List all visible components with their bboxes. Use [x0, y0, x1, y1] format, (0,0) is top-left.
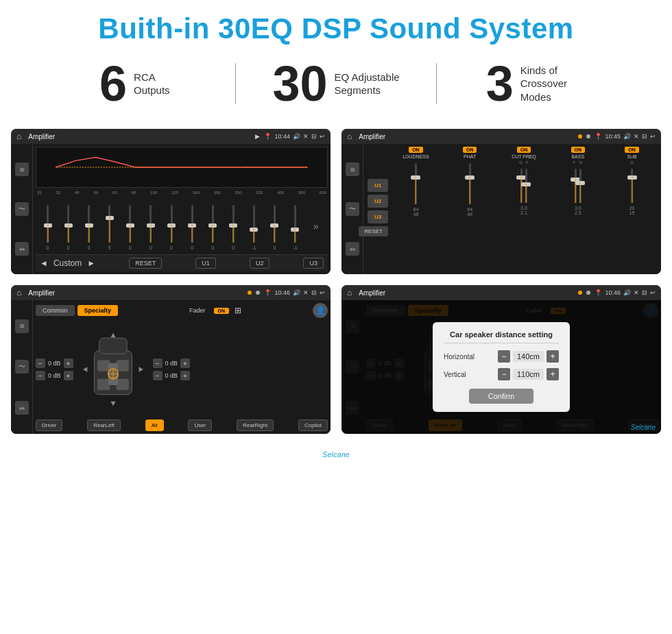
loudness-track[interactable]: [415, 163, 417, 204]
eq-track-3[interactable]: [88, 205, 90, 243]
dialog-h-plus[interactable]: +: [547, 350, 559, 363]
eq-track-4[interactable]: [108, 205, 110, 243]
fader-db-right: − 0 dB + − 0 dB +: [153, 358, 191, 380]
dialog-screen: ⌂ Amplifier 📍 10:46 🔊 ✕ ⊟ ↩ ≋ 〜 ⇔ Com: [341, 285, 661, 434]
phat-track[interactable]: [469, 163, 471, 204]
dialog-v-plus[interactable]: +: [547, 368, 559, 380]
fader-bl-minus[interactable]: −: [36, 371, 45, 380]
amp-filter-icon[interactable]: ≋: [346, 162, 359, 176]
amp-speaker-icon[interactable]: 🔊: [623, 133, 631, 140]
eq-track-13[interactable]: [294, 205, 296, 243]
amp-back-icon[interactable]: ↩: [650, 133, 656, 140]
fader-toggle-icon[interactable]: ⊞: [235, 306, 241, 315]
cutfreq-track-f[interactable]: [525, 169, 527, 203]
eq-val-6: 0: [149, 245, 152, 250]
dialog-speaker-icon[interactable]: 🔊: [623, 289, 631, 296]
eq-home-icon[interactable]: ⌂: [16, 132, 21, 141]
dialog-v-minus[interactable]: −: [498, 368, 510, 380]
amp-reset-button[interactable]: RESET: [359, 226, 388, 236]
confirm-button[interactable]: Confirm: [469, 389, 534, 404]
amp-u1-button[interactable]: U1: [368, 179, 388, 192]
eq-track-12[interactable]: [274, 205, 276, 243]
dialog-screen-title: Amplifier: [359, 289, 574, 297]
eq-track-8[interactable]: [191, 205, 193, 243]
eq-u1-button[interactable]: U1: [195, 258, 216, 269]
btn-user[interactable]: User: [188, 419, 212, 431]
eq-u3-button[interactable]: U3: [303, 258, 324, 269]
eq-play-icon[interactable]: ▶: [255, 133, 260, 140]
btn-rear-right[interactable]: RearRight: [237, 419, 274, 431]
eq-track-2[interactable]: [67, 205, 69, 243]
amp-time: 10:45: [605, 133, 621, 140]
sub-on-badge: ON: [625, 147, 639, 153]
amp-screen-content: ≋ 〜 ⇔ U1 U2 U3 RESET ON LOUDNESS: [341, 144, 661, 274]
fader-avatar-icon[interactable]: 👤: [313, 303, 328, 318]
dialog-home-icon[interactable]: ⌂: [347, 288, 352, 297]
dialog-window-icon[interactable]: ⊟: [642, 289, 647, 296]
eq-slider-2: 0: [59, 202, 77, 250]
fader-home-icon[interactable]: ⌂: [16, 288, 21, 297]
fader-tl-minus[interactable]: −: [36, 358, 45, 368]
eq-track-6[interactable]: [149, 205, 152, 243]
eq-line-12: [274, 223, 275, 243]
car-speaker-dialog: Car speaker distance setting Horizontal …: [433, 322, 570, 412]
fader-filter-icon[interactable]: ≋: [15, 319, 29, 333]
amp-u2-button[interactable]: U2: [368, 195, 388, 208]
eq-close-icon[interactable]: ✕: [303, 133, 309, 140]
fader-speaker-icon[interactable]: 🔊: [293, 289, 300, 296]
fader-br-plus[interactable]: +: [180, 371, 190, 380]
eq-prev-icon[interactable]: ◄: [40, 258, 48, 268]
eq-arrows-icon[interactable]: ⇔: [15, 242, 29, 256]
eq-track-5[interactable]: [129, 205, 131, 243]
btn-driver[interactable]: Driver: [36, 419, 62, 431]
fader-wave-icon[interactable]: 〜: [15, 360, 29, 374]
fader-br-minus[interactable]: −: [153, 371, 163, 380]
bass-track-g[interactable]: [579, 169, 581, 203]
bass-val: 3.0: [575, 206, 581, 210]
btn-rear-left[interactable]: RearLeft: [87, 419, 121, 431]
amp-window-icon[interactable]: ⊟: [642, 133, 647, 140]
bass-line-g: [580, 181, 581, 204]
fader-window-icon[interactable]: ⊟: [311, 289, 317, 296]
amp-u3-button[interactable]: U3: [368, 210, 388, 223]
eq-val-3: 0: [88, 245, 91, 250]
fader-bl-plus[interactable]: +: [64, 371, 73, 380]
dialog-close-icon[interactable]: ✕: [634, 289, 639, 296]
bass-track-f[interactable]: [575, 169, 577, 203]
fader-tl-plus[interactable]: +: [64, 358, 73, 368]
amp-wave-icon[interactable]: 〜: [346, 202, 359, 216]
eq-slider-more: »: [307, 221, 325, 232]
eq-track-10[interactable]: [232, 205, 235, 243]
fader-tr-minus[interactable]: −: [153, 358, 163, 368]
fader-close-icon[interactable]: ✕: [303, 289, 309, 296]
fader-db-left: − 0 dB + − 0 dB +: [36, 358, 73, 380]
car-diagram: [79, 332, 147, 407]
eq-window-icon[interactable]: ⊟: [311, 133, 317, 140]
eq-next-icon[interactable]: ►: [87, 258, 95, 268]
eq-reset-button[interactable]: RESET: [129, 258, 162, 269]
amp-home-icon[interactable]: ⌂: [347, 132, 352, 141]
btn-copilot[interactable]: Copilot: [298, 419, 328, 431]
fader-back-icon[interactable]: ↩: [320, 289, 325, 296]
eq-back-icon[interactable]: ↩: [320, 133, 325, 140]
amp-screen: ⌂ Amplifier 📍 10:45 🔊 ✕ ⊟ ↩ ≋ 〜 ⇔ U1: [341, 129, 661, 274]
eq-track-1[interactable]: [47, 205, 49, 243]
fader-tr-plus[interactable]: +: [180, 358, 190, 368]
eq-track-11[interactable]: [253, 205, 255, 243]
dialog-h-minus[interactable]: −: [498, 350, 510, 363]
eq-track-9[interactable]: [212, 205, 214, 243]
amp-close-icon[interactable]: ✕: [634, 133, 639, 140]
btn-all[interactable]: All: [145, 419, 164, 431]
eq-u2-button[interactable]: U2: [250, 258, 270, 269]
eq-more-icon[interactable]: »: [313, 221, 319, 232]
amp-arrows-icon[interactable]: ⇔: [346, 242, 359, 256]
eq-filter-icon[interactable]: ≋: [15, 162, 29, 176]
tab-specialty[interactable]: Specialty: [77, 305, 119, 316]
dialog-back-icon[interactable]: ↩: [650, 289, 656, 296]
eq-track-7[interactable]: [171, 205, 173, 243]
eq-speaker-icon[interactable]: 🔊: [293, 133, 300, 140]
tab-common[interactable]: Common: [36, 305, 75, 316]
fader-arrows-icon[interactable]: ⇔: [15, 401, 29, 415]
sub-track[interactable]: [631, 169, 633, 203]
eq-wave-icon[interactable]: 〜: [15, 202, 29, 216]
